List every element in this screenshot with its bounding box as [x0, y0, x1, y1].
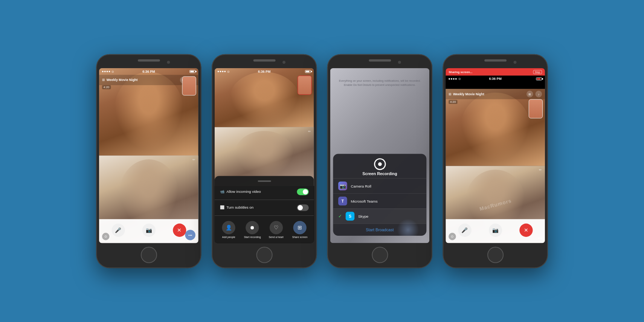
speaker-3: [369, 59, 391, 61]
wifi-icon-2: ⊙: [227, 70, 230, 73]
record-dot: [378, 162, 382, 166]
ios-info-text: Everything on your screen, including not…: [337, 79, 422, 87]
camera-button-1[interactable]: 📷: [142, 223, 155, 237]
bottom-extra-4: ⊙: [449, 233, 456, 240]
recording-icon: ⏺: [246, 221, 259, 234]
record-circle-icon: [374, 158, 386, 170]
signal-dot2-1: [218, 70, 219, 72]
phone-4: Sharing screen... Stop ⊙ 6:36 PM: [443, 54, 548, 268]
video-screen-2: ✏: [215, 68, 314, 186]
video-top-2: [215, 68, 314, 127]
call-title-4: Weekly Movie Night: [453, 92, 484, 96]
broadcast-button[interactable]: Start Broadcast: [333, 223, 426, 235]
battery-area-1: [189, 70, 195, 73]
speaker-1: [137, 59, 160, 61]
toggle-text-1: Allow incoming video: [226, 189, 261, 194]
subtitle-icon-menu: ⬜: [220, 205, 224, 209]
signal-dot4-2: [451, 78, 452, 79]
start-recording-item[interactable]: ⏺ Start recording: [242, 221, 262, 238]
teams-icon: T: [338, 197, 347, 206]
more-button-1[interactable]: •••: [185, 230, 195, 240]
ios-picker-header: Screen Recording: [333, 154, 426, 178]
phone-2: ⊙ 6:36 PM: [212, 54, 317, 268]
toggle-knob-1: [303, 189, 308, 194]
toggle-row-2: ⬜ Turn subtitles on: [215, 201, 314, 214]
signal-dot2-3: [222, 70, 223, 72]
teams-item[interactable]: T Microsoft Teams: [333, 193, 426, 208]
battery-icon-2: [305, 70, 311, 73]
call-duration-4: 4:20: [449, 100, 457, 104]
grid-icon-4[interactable]: ⊞: [526, 90, 533, 97]
thumbnail-1: [182, 76, 196, 95]
camera-button-4[interactable]: 📷: [488, 223, 502, 237]
add-people-label: Add people: [222, 235, 235, 238]
share-screen-icon: ⊞: [293, 221, 306, 234]
phone-1: ⊙ 6:36 PM: [96, 54, 201, 268]
video-bottom-1: ✏ 🎤 📷 ✕ ⊙ •••: [99, 156, 198, 243]
battery-area-2: [305, 70, 311, 73]
end-call-button-4[interactable]: ✕: [519, 223, 533, 237]
call-controls-4: 🎤 📷 ✕: [446, 219, 545, 243]
front-camera-4: [514, 61, 517, 64]
home-button-1[interactable]: [140, 247, 157, 263]
camera-extra-icon-4[interactable]: ⊙: [449, 233, 456, 240]
toggle-label-2: ⬜ Turn subtitles on: [220, 205, 254, 209]
toggle-knob-2: [298, 205, 303, 210]
more-dots-4[interactable]: •••: [538, 235, 542, 240]
camera-extra-icon-1[interactable]: ⊙: [102, 233, 110, 240]
add-people-icon: 👤: [222, 221, 235, 234]
video-top-1: ⊞ Weekly Movie Night ⊞ ♪ 4:20: [99, 68, 198, 156]
woman-face-4: [461, 92, 530, 162]
checkmark-icon: ✓: [338, 214, 342, 219]
signal-area-4: ⊙: [449, 77, 461, 81]
signal-area: ⊙: [102, 70, 114, 73]
divider-1: [215, 199, 314, 200]
status-bar-4: ⊙ 6:36 PM: [446, 75, 545, 82]
skype-icon: S: [346, 212, 355, 221]
share-screen-item[interactable]: ⊞ Share screen: [290, 221, 310, 238]
camera-roll-icon: 📷: [338, 181, 347, 190]
home-button-3[interactable]: [372, 247, 388, 263]
video-top-4: ⊞ Weekly Movie Night ⊞ ♪ 4:20: [446, 89, 545, 166]
signal-dot4-3: [453, 78, 455, 79]
end-call-button-1[interactable]: ✕: [173, 223, 186, 237]
speaker-2: [253, 59, 275, 61]
mic-button-4[interactable]: 🎤: [458, 223, 471, 237]
bottom-extra-1: ⊙: [102, 233, 110, 240]
status-bar-1: ⊙ 6:36 PM: [99, 68, 198, 75]
signal-dot2-2: [220, 70, 221, 72]
signal-dot2: [104, 70, 106, 72]
toggle-switch-2[interactable]: [297, 204, 308, 211]
stop-button[interactable]: Stop: [533, 70, 542, 74]
send-heart-item[interactable]: ♡ Send a heart: [266, 221, 286, 238]
send-heart-label: Send a heart: [269, 235, 283, 238]
signal-dot4: [109, 70, 110, 72]
add-people-item[interactable]: 👤 Add people: [218, 221, 239, 238]
start-recording-label: Start recording: [244, 235, 261, 238]
video-screen-4: ⊞ Weekly Movie Night ⊞ ♪ 4:20: [446, 89, 545, 243]
thumbnail-2: [298, 75, 311, 95]
status-time-4: 6:36 PM: [489, 77, 501, 81]
battery-tip-1: [195, 70, 197, 72]
camera-roll-label: Camera Roll: [351, 184, 421, 188]
signal-dot4-1: [449, 78, 450, 79]
toggle-label-1: 📹 Allow incoming video: [220, 189, 261, 194]
front-camera-2: [282, 61, 285, 64]
home-button-2[interactable]: [256, 247, 272, 263]
screen-share-icon-4: ⊞: [449, 92, 452, 96]
battery-icon-4: [536, 77, 542, 80]
heart-icon: ♡: [269, 221, 282, 234]
man-face-2: [235, 131, 294, 178]
battery-fill-4: [537, 78, 540, 79]
home-button-4[interactable]: [487, 247, 504, 263]
woman-face-2: [229, 72, 299, 125]
edit-icon-2: ✏: [308, 129, 311, 133]
screen-2: ⊙ 6:36 PM: [215, 68, 314, 243]
status-bar-2: ⊙ 6:36 PM: [215, 68, 314, 75]
mic-button-1[interactable]: 🎤: [111, 223, 125, 237]
toggle-switch-1[interactable]: [297, 188, 308, 195]
skype-label: Skype: [358, 214, 421, 218]
camera-roll-item[interactable]: 📷 Camera Roll: [333, 178, 426, 193]
screen-1: ⊙ 6:36 PM: [99, 68, 198, 243]
audio-icon-4[interactable]: ♪: [535, 90, 542, 97]
